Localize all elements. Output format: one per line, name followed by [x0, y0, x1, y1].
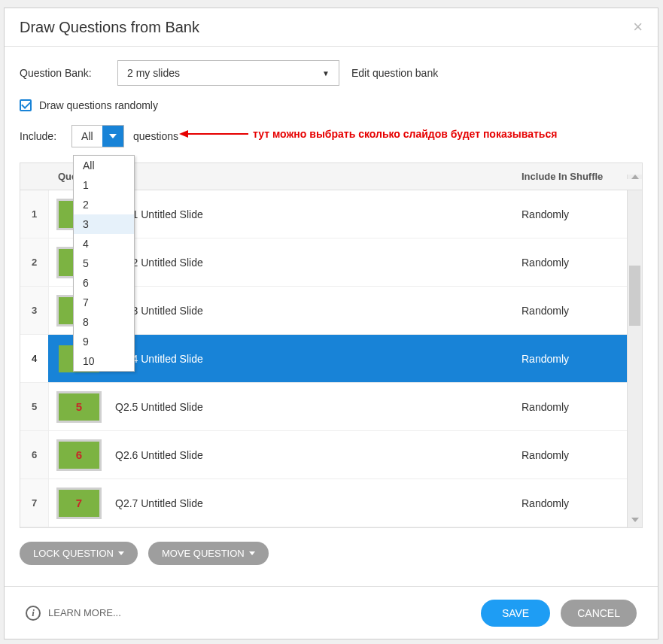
row-number: 1 [20, 190, 49, 238]
shuffle-cell: Randomly [515, 497, 627, 509]
header-shuffle[interactable]: Include In Shuffle [515, 171, 627, 182]
row-number: 4 [20, 335, 49, 382]
row-number: 6 [20, 431, 49, 478]
cancel-button[interactable]: CANCEL [561, 600, 637, 627]
shuffle-cell: Randomly [515, 208, 627, 220]
row-number: 5 [20, 383, 49, 430]
caret-down-icon: ▼ [322, 69, 330, 77]
question-title: Q2.7 Untitled Slide [115, 497, 203, 509]
dropdown-option[interactable]: 5 [74, 254, 134, 273]
draw-random-checkbox[interactable] [20, 99, 32, 111]
dropdown-option[interactable]: All [74, 156, 134, 175]
caret-down-icon [118, 551, 124, 555]
question-bank-label: Question Bank: [20, 67, 117, 79]
dropdown-option[interactable]: 8 [74, 312, 134, 332]
dialog-title: Draw Questions from Bank [20, 19, 199, 36]
question-bank-row: Question Bank: 2 my slides ▼ Edit questi… [20, 60, 643, 86]
arrow-icon [179, 126, 248, 141]
draw-random-row[interactable]: Draw questions randomly [20, 99, 643, 111]
scroll-handle[interactable] [629, 266, 640, 326]
question-title: Q2.6 Untitled Slide [115, 449, 203, 461]
triangle-up-icon [631, 175, 639, 179]
question-bank-selected: 2 my slides [127, 67, 180, 79]
row-number: 2 [20, 238, 49, 286]
caret-down-icon [249, 551, 255, 555]
question-bank-select[interactable]: 2 my slides ▼ [117, 60, 339, 86]
annotation-text: тут можно выбрать сколько слайдов будет … [253, 128, 557, 140]
slide-thumbnail: 6 [56, 439, 102, 471]
slide-thumbnail: 7 [56, 488, 102, 519]
lock-question-button[interactable]: LOCK QUESTION [20, 542, 138, 565]
table-row[interactable]: 77Q2.7 Untitled SlideRandomly [20, 479, 642, 527]
footer-buttons: LOCK QUESTION MOVE QUESTION [20, 542, 643, 579]
shuffle-cell: Randomly [515, 305, 627, 317]
info-icon: i [26, 606, 41, 621]
shuffle-cell: Randomly [515, 449, 627, 461]
dropdown-option[interactable]: 6 [74, 273, 134, 293]
table-row[interactable]: 55Q2.5 Untitled SlideRandomly [20, 383, 642, 431]
svg-marker-1 [179, 130, 188, 138]
dropdown-option[interactable]: 3 [74, 214, 134, 234]
dialog-header: Draw Questions from Bank × [5, 8, 658, 47]
row-number: 7 [20, 479, 49, 527]
table-row[interactable]: 66Q2.6 Untitled SlideRandomly [20, 431, 642, 479]
learn-more-link[interactable]: i LEARN MORE... [26, 606, 121, 621]
slide-thumbnail: 5 [56, 391, 102, 423]
row-number: 3 [20, 287, 49, 334]
include-label: Include: [20, 130, 56, 142]
scroll-up-button[interactable] [627, 175, 642, 179]
shuffle-cell: Randomly [515, 257, 627, 269]
dropdown-option[interactable]: 1 [74, 175, 134, 195]
scrollbar[interactable] [627, 190, 642, 512]
scroll-down-button[interactable] [627, 512, 642, 527]
dropdown-option[interactable]: 2 [74, 195, 134, 214]
question-cell: 7Q2.7 Untitled Slide [49, 488, 515, 519]
shuffle-cell: Randomly [515, 353, 627, 365]
include-count-select[interactable]: All [71, 125, 124, 147]
dropdown-option[interactable]: 4 [74, 234, 134, 254]
dropdown-option[interactable]: 7 [74, 293, 134, 312]
caret-down-icon [109, 134, 117, 138]
draw-random-label: Draw questions randomly [39, 99, 158, 111]
edit-question-bank-link[interactable]: Edit question bank [351, 67, 438, 79]
shuffle-cell: Randomly [515, 401, 627, 413]
dropdown-option[interactable]: 9 [74, 332, 134, 351]
include-suffix: questions [133, 130, 178, 142]
triangle-down-icon [631, 518, 639, 522]
question-cell: 6Q2.6 Untitled Slide [49, 439, 515, 471]
include-row: Include: All questions тут можно выбрать… [20, 125, 643, 147]
question-cell: 5Q2.5 Untitled Slide [49, 391, 515, 423]
move-question-button[interactable]: MOVE QUESTION [148, 542, 269, 565]
include-dropdown-button[interactable] [102, 126, 123, 147]
dropdown-option[interactable]: 10 [74, 351, 134, 371]
bottom-bar: i LEARN MORE... SAVE CANCEL [5, 586, 658, 639]
save-button[interactable]: SAVE [481, 600, 550, 627]
close-icon[interactable]: × [633, 17, 643, 37]
question-title: Q2.5 Untitled Slide [115, 401, 203, 413]
include-value: All [72, 126, 102, 147]
annotation: тут можно выбрать сколько слайдов будет … [179, 126, 557, 141]
include-dropdown-menu[interactable]: All12345678910 [73, 155, 135, 372]
